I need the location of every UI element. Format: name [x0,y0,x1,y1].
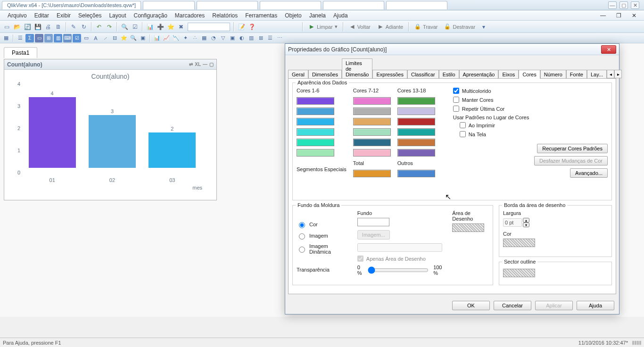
color-swatch[interactable] [353,128,391,136]
help-icon[interactable]: ❓ [247,22,256,32]
pivottable-icon[interactable]: ⊞ [256,34,265,42]
frame-dynimg-radio[interactable] [299,247,305,253]
refresh-icon[interactable]: 🔄 [23,22,32,32]
line-object-icon[interactable]: ⟋ [101,34,109,42]
linechart-icon[interactable]: 📈 [162,34,171,42]
advanced-button[interactable]: Avançado... [570,168,608,178]
menu-configuracao[interactable]: Configuração [130,11,171,20]
dialog-tab-lay-[interactable]: Lay... [587,70,607,79]
color-swatch[interactable] [397,149,435,157]
lock-button[interactable]: 🔒Travar [412,23,440,31]
color-swatch[interactable] [353,107,391,115]
chart-xl-icon[interactable]: XL [195,62,201,67]
color-swatch[interactable] [353,118,391,125]
selectbox-icon[interactable]: ☑ [73,34,81,42]
doc-restore-icon[interactable]: ❐ [612,11,625,20]
back-button[interactable]: ◀Voltar [346,23,373,31]
menu-layout[interactable]: Layout [105,11,130,20]
bar[interactable] [89,115,136,168]
container-icon[interactable]: ▣ [139,34,147,42]
color-swatch[interactable] [297,97,334,105]
button-object-icon[interactable]: ▭ [82,34,91,42]
cancel-button[interactable]: Cancelar [494,301,531,310]
color-swatch[interactable] [397,118,435,125]
more-icon[interactable]: ⋯ [275,34,284,42]
multicolor-checkbox[interactable] [453,88,459,94]
dialog-titlebar[interactable]: Propriedades do Gráfico [Count(aluno)] ✕ [285,44,619,55]
repeat-last-checkbox[interactable] [453,106,459,112]
tab-scroll-left[interactable]: ◂ [607,70,614,78]
dialog-tab-apresenta-o[interactable]: Apresentação [459,70,499,79]
scatter-icon[interactable]: ∴ [190,34,199,42]
dialog-tab-limites-de-dimens-o[interactable]: Limites de Dimensão [342,58,373,79]
bookmark-remove-icon[interactable]: ✖ [176,22,186,32]
dialog-tab-estilo[interactable]: Estilo [439,70,459,79]
edit-script-icon[interactable]: ✎ [69,22,78,32]
color-swatch[interactable] [297,107,334,115]
width-down-icon[interactable]: ▼ [523,223,529,227]
slider-object-icon[interactable]: ⊟ [110,34,119,42]
tab-scroll-right[interactable]: ▸ [614,70,622,78]
color-swatch[interactable] [353,97,391,105]
menu-janela[interactable]: Janela [305,11,330,20]
unlock-button[interactable]: 🔓Destravar [441,23,478,31]
frame-image-radio[interactable] [299,233,305,240]
add-sheet-icon[interactable]: ➕ [156,22,165,32]
os-tab[interactable]: QlikView x64 - [C:\Users\mauro\Downloads… [2,1,141,9]
bookmark-object-icon[interactable]: ⭐ [120,34,128,42]
statbox-icon[interactable]: Σ [25,34,34,42]
color-swatch[interactable] [297,118,334,125]
print-icon[interactable]: 🖨 [43,22,53,32]
bar[interactable] [149,132,196,168]
color-swatch[interactable] [297,139,334,146]
image-button[interactable]: Imagem... [357,230,390,240]
bookmark-add-icon[interactable]: ⭐ [166,22,175,32]
menu-relatorios[interactable]: Relatórios [208,11,241,20]
frame-color-radio[interactable] [299,222,305,228]
width-up-icon[interactable]: ▲ [523,218,529,223]
bg-color-swatch[interactable] [357,218,389,226]
dialog-tab-express-es[interactable]: Expressões [372,70,407,79]
on-screen-checkbox[interactable] [460,131,466,137]
gauge-icon[interactable]: ◐ [238,34,246,42]
os-tab[interactable] [386,1,447,9]
color-swatch[interactable] [297,128,334,136]
dialog-tab-cores[interactable]: Cores [519,70,540,79]
inputbox-icon[interactable]: ⌨ [63,34,72,42]
tablebox-icon[interactable]: ⊞ [44,34,53,42]
border-color-swatch[interactable] [503,239,535,247]
mekko-icon[interactable]: ▥ [247,34,256,42]
doc-minimize-icon[interactable]: — [596,11,610,20]
width-field[interactable] [503,218,522,227]
design-grid-icon[interactable]: ▦ [2,34,10,42]
forward-button[interactable]: ▶Adiante [374,23,406,31]
save-icon[interactable]: 💾 [33,22,42,32]
color-swatch[interactable] [353,149,391,157]
dialog-close-button[interactable]: ✕ [601,45,616,54]
open-file-icon[interactable]: 📂 [12,22,22,32]
os-tab[interactable] [323,1,384,9]
sector-swatch[interactable] [503,269,535,277]
menu-marcadores[interactable]: Marcadores [171,11,208,20]
color-swatch[interactable] [397,139,435,146]
bar[interactable] [29,97,76,168]
bookmark-dropdown[interactable] [188,23,230,31]
undo-layout-icon[interactable]: ↶ [94,22,104,32]
recover-colors-button[interactable]: Recuperar Cores Padrões [537,144,608,153]
redo-layout-icon[interactable]: ↷ [105,22,114,32]
ok-button[interactable]: OK [452,301,490,310]
combochart-icon[interactable]: 📉 [172,34,180,42]
window-maximize-icon[interactable]: ▢ [619,1,628,9]
apply-button[interactable]: Aplicar [535,301,573,310]
dialog-tab-eixos[interactable]: Eixos [498,70,519,79]
sheet-tab[interactable]: Pasta1 [4,47,37,58]
color-swatch[interactable] [297,149,334,157]
dialog-tab-fonte[interactable]: Fonte [566,70,587,79]
chart-object[interactable]: Count(aluno) ⇄ XL — ▢ Count(aluno) 43210… [4,59,217,200]
clear-selections-button[interactable]: ▶Limpar▾ [305,23,340,31]
color-swatch[interactable] [353,139,391,146]
search-object-icon[interactable]: 🔍 [129,34,138,42]
menu-objeto[interactable]: Objeto [281,11,305,20]
color-swatch[interactable] [397,107,435,115]
window-minimize-icon[interactable]: — [608,1,617,9]
